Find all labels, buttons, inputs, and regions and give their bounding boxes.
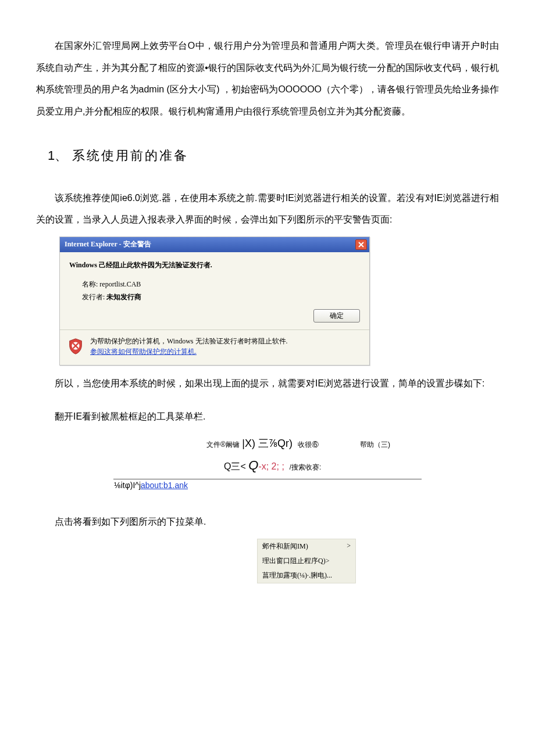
menu-item-mail[interactable]: 邺件和新闻IM) > <box>258 539 355 554</box>
close-icon[interactable] <box>355 239 367 250</box>
ie-menubar: 文件®阚镛 |X) 三⅞Qr) 收很⑥ 帮助（三) Q三< Q-x; 2; ; … <box>113 433 422 478</box>
name-row: 名称: reportlist.CAB <box>82 280 363 289</box>
chevron-right-icon: > <box>347 542 351 551</box>
dialog-footer: 为帮助保护您的计算机，Windows 无法验证发行者时将阻止软件. 参阅这将如何… <box>90 336 288 357</box>
name-label: 名称: <box>82 280 98 288</box>
menu-item-addon[interactable]: 菖理加露项(⅛)·.脷电)... <box>258 568 355 583</box>
dialog-titlebar: Internet Explorer - 安全警告 <box>60 237 369 252</box>
ie-address: ⅛itφ)I^jabout:b1.ank <box>113 479 422 490</box>
publisher-label: 发行者: <box>82 293 105 301</box>
ie-fav-label: 收很⑥ <box>298 440 319 449</box>
dialog-title-text: Internet Explorer - 安全警告 <box>65 239 151 249</box>
security-dialog: Internet Explorer - 安全警告 Windows 己经阻止此软件… <box>59 237 370 366</box>
menu-addon-label: 菖理加露项(⅛)·.脷电)... <box>262 571 332 581</box>
ie-row2c: -x; 2; ; <box>258 461 284 471</box>
dialog-message: Windows 己经阻止此软件因为无法验证发行者. <box>69 260 363 270</box>
ie-search-label: /搜索收赛: <box>290 463 322 471</box>
heading-number: 1、 <box>48 148 67 163</box>
ie-row2b: Q <box>248 458 258 472</box>
heading-text: 系统使用前的准备 <box>72 148 188 163</box>
publisher-row: 发行者: 未知发行商 <box>82 292 363 302</box>
name-value: reportlist.CAB <box>99 280 141 288</box>
ie-file-label: 文件®阚镛 <box>206 440 240 449</box>
paragraph-3: 所以，当您使用本系统的时候，如果出现上面的提示，就需要对IE浏览器进行设置，简单… <box>36 372 499 395</box>
paragraph-5: 点击将看到如下列图所示的下拉菜单. <box>36 511 499 533</box>
ie-address-link[interactable]: about:b1.ank <box>141 481 188 490</box>
dropdown-menu: 邺件和新闻IM) > 理出窗口阻止程序Q)> 菖理加露项(⅛)·.脷电)... <box>257 539 356 583</box>
shield-warning-icon <box>67 338 84 355</box>
ie-row1b: |X) 三⅞Qr) <box>242 438 293 449</box>
publisher-value: 未知发行商 <box>106 293 141 301</box>
ie-help-label: 帮助（三) <box>360 440 390 449</box>
dialog-footer-text: 为帮助保护您的计算机，Windows 无法验证发行者时将阻止软件. <box>90 337 288 345</box>
menu-popup-label: 理出窗口阻止程序Q)> <box>262 556 329 566</box>
paragraph-4: 翻开IE看到被黑桩框起的工具菜单栏. <box>36 406 499 428</box>
menu-mail-label: 邺件和新闻IM) <box>262 542 308 551</box>
ok-button[interactable]: 确定 <box>313 309 360 323</box>
menu-item-popup[interactable]: 理出窗口阻止程序Q)> <box>258 554 355 568</box>
section-heading: 1、系统使用前的准备 <box>48 145 499 166</box>
ie-address-prefix: ⅛itφ)I^j <box>114 481 141 490</box>
dialog-footer-link[interactable]: 参阅这将如何帮助保护您的计算机. <box>90 347 197 356</box>
paragraph-2: 该系统推荐使闻ie6.0浏览.器，在使用本系统之前.需要时IE浏览器进行相关的设… <box>36 187 499 231</box>
intro-paragraph: 在国家外汇管理局网上效劳平台O中，银行用户分为管理员和普通用户两大类。管理员在银… <box>36 35 499 122</box>
ie-row2a: Q三< <box>224 461 246 471</box>
